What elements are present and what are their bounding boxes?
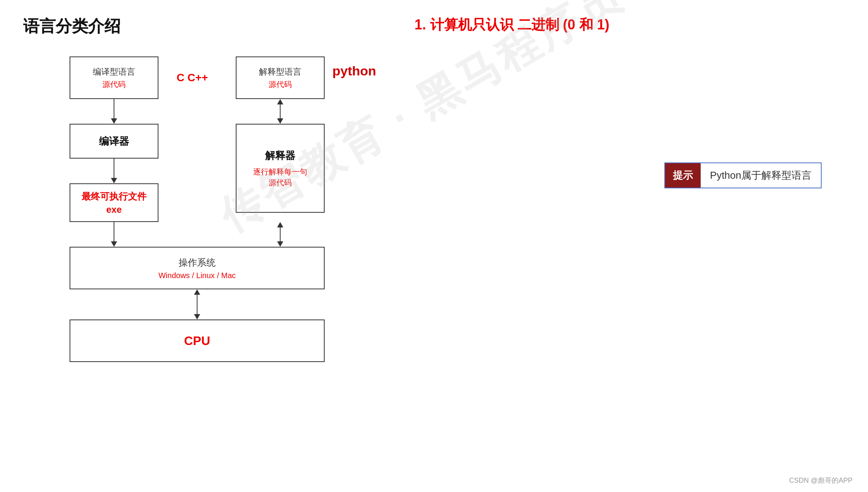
diagram-area: 编译型语言 源代码 C C++ 编译器 bbox=[70, 56, 845, 362]
hint-text: Python属于解释型语言 bbox=[701, 163, 821, 188]
python-label: python bbox=[332, 63, 376, 79]
exe-box: 最终可执行文件 exe bbox=[70, 183, 158, 222]
hint-label: 提示 bbox=[665, 163, 701, 188]
arrow-interpreter-to-os bbox=[277, 222, 283, 247]
main-note: 1. 计算机只认识 二进制 (0 和 1) bbox=[415, 15, 609, 34]
compiler-box: 编译器 bbox=[70, 124, 158, 159]
os-section: 操作系统 Windows / Linux / Mac CPU bbox=[70, 247, 325, 362]
arrow-compile-to-compiler bbox=[111, 99, 117, 124]
cpu-box: CPU bbox=[70, 319, 325, 362]
interpret-source-box: 解释型语言 源代码 bbox=[236, 56, 325, 99]
arrow-exe-to-os bbox=[111, 222, 117, 247]
footer: CSDN @彪哥的APP bbox=[789, 476, 853, 485]
os-box: 操作系统 Windows / Linux / Mac bbox=[70, 247, 325, 289]
page: 语言分类介绍 1. 计算机只认识 二进制 (0 和 1) 传智教育 · 黑马程序… bbox=[0, 0, 868, 492]
arrow-interpret-bidirectional bbox=[277, 99, 283, 124]
hint-box: 提示 Python属于解释型语言 bbox=[664, 162, 822, 188]
compile-source-box: 编译型语言 源代码 C C++ bbox=[70, 56, 158, 99]
arrow-compiler-to-exe bbox=[111, 159, 117, 183]
arrow-os-to-cpu bbox=[194, 289, 200, 319]
top-row: 编译型语言 源代码 C C++ 编译器 bbox=[70, 56, 325, 222]
interpreter-box: 解释器 逐行解释每一句 源代码 bbox=[236, 124, 325, 213]
cpp-label: C C++ bbox=[177, 72, 208, 84]
